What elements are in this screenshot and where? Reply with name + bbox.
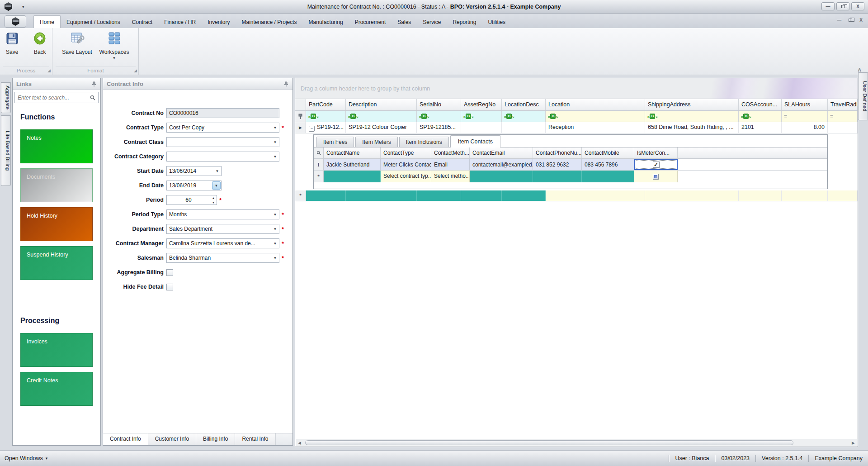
contract-class-dropdown[interactable]: ▼ xyxy=(166,137,279,147)
documents-button[interactable]: Documents xyxy=(20,168,93,202)
cell-travelradius[interactable] xyxy=(828,122,858,133)
hold-history-button[interactable]: Hold History xyxy=(20,207,93,241)
group-by-panel[interactable]: Drag a column header here to group by th… xyxy=(295,78,858,99)
filter-cell-cosaccount[interactable]: aBc xyxy=(739,111,782,122)
horizontal-scrollbar[interactable]: ◀ ▶ xyxy=(296,439,857,446)
column-header-locationdesc[interactable]: LocationDesc xyxy=(502,99,546,110)
contract-type-dropdown[interactable]: Cost Per Copy▼ xyxy=(166,123,279,133)
new-cell-assetregno[interactable] xyxy=(461,190,502,201)
cell-cosaccount[interactable]: 2101 xyxy=(739,122,782,133)
new-cell-locationdesc[interactable] xyxy=(502,190,546,201)
new-cell-contactname[interactable] xyxy=(324,171,381,182)
tab-item-inclusions[interactable]: Item Inclusions xyxy=(399,137,449,147)
filter-cell-location[interactable]: aBc xyxy=(546,111,645,122)
column-header-assetregno[interactable]: AssetRegNo xyxy=(461,99,502,110)
scrollbar-thumb[interactable] xyxy=(305,440,793,445)
aggregate-billing-checkbox[interactable] xyxy=(166,269,173,276)
quick-access-caret-icon[interactable]: ▾ xyxy=(22,5,24,9)
ribbon-minimize-icon[interactable]: — xyxy=(837,18,841,23)
cell-contactmethod[interactable]: Email xyxy=(431,159,470,170)
new-cell-contactphone[interactable] xyxy=(533,171,582,182)
period-stepper[interactable]: 60 ▲▼ xyxy=(166,195,217,205)
new-cell-shippingaddress[interactable] xyxy=(645,190,739,201)
tab-item-contacts[interactable]: Item Contacts xyxy=(450,135,500,147)
cell-serialno[interactable]: SP19-12185... xyxy=(417,122,461,133)
ribbon-tab-inventory[interactable]: Inventory xyxy=(202,16,236,28)
cell-contactemail[interactable]: contactemail@exampled... xyxy=(470,159,533,170)
filter-cell-assetregno[interactable]: aBc xyxy=(461,111,502,122)
column-header-cosaccount[interactable]: COSAccoun... xyxy=(739,99,782,110)
new-cell-description[interactable] xyxy=(346,190,417,201)
ribbon-tab-equipment-locations[interactable]: Equipment / Locations xyxy=(61,16,126,28)
chevron-down-icon[interactable]: ▼ xyxy=(271,239,279,248)
cell-contacttype[interactable]: Meter Clicks Contact xyxy=(381,159,431,170)
ribbon-tab-contract[interactable]: Contract xyxy=(126,16,158,28)
spinner-buttons[interactable]: ▲▼ xyxy=(210,195,217,204)
tab-customer-info[interactable]: Customer Info xyxy=(148,433,196,445)
pin-icon[interactable] xyxy=(283,81,289,87)
cell-assetregno[interactable] xyxy=(461,122,502,133)
column-header-partcode[interactable]: PartCode xyxy=(306,99,346,110)
cell-slahours[interactable]: 8.00 xyxy=(782,122,828,133)
open-windows-button[interactable]: Open Windows ▾ xyxy=(0,455,47,461)
credit-notes-button[interactable]: Credit Notes xyxy=(20,372,93,406)
column-header-slahours[interactable]: SLAHours xyxy=(782,99,828,110)
spin-down-icon[interactable]: ▼ xyxy=(210,200,217,204)
suspend-history-button[interactable]: Suspend History xyxy=(20,246,93,280)
collapse-detail-icon[interactable]: − xyxy=(309,126,315,132)
ribbon-tab-maintenance-projects[interactable]: Maintenance / Projects xyxy=(236,16,303,28)
cell-contactmobile[interactable]: 083 456 7896 xyxy=(582,159,634,170)
column-header-contactphone[interactable]: ContactPhoneNu... xyxy=(533,147,582,158)
ribbon-tab-utilities[interactable]: Utilities xyxy=(482,16,511,28)
hide-fee-detail-checkbox[interactable] xyxy=(166,284,173,290)
new-cell-contacttype[interactable]: Select contract typ... xyxy=(381,171,431,182)
ribbon-tab-sales[interactable]: Sales xyxy=(392,16,417,28)
links-search-input[interactable] xyxy=(15,95,90,101)
column-header-contactmethod[interactable]: ContactMeth... xyxy=(431,147,470,158)
ribbon-tab-manufacturing[interactable]: Manufacturing xyxy=(303,16,349,28)
new-cell-contactmobile[interactable] xyxy=(582,171,634,182)
cell-ismetercontact-focused[interactable]: ✓ xyxy=(634,159,678,170)
ribbon-tab-reporting[interactable]: Reporting xyxy=(447,16,482,28)
salesman-dropdown[interactable]: Belinda Sharman▼ xyxy=(166,253,279,263)
contact-row[interactable]: I Jackie Sutherland Meter Clicks Contact… xyxy=(314,159,827,171)
filter-cell-description[interactable]: aBc xyxy=(346,111,417,122)
sidebar-tab-life-based-billing[interactable]: Life Based Billing xyxy=(1,115,11,186)
chevron-down-icon[interactable]: ▼ xyxy=(212,181,221,190)
end-date-picker[interactable]: 13/06/2019▼ xyxy=(166,181,222,190)
filter-cell-shippingaddress[interactable]: aBc xyxy=(645,111,739,122)
close-button[interactable]: X xyxy=(851,2,864,10)
chevron-down-icon[interactable]: ▼ xyxy=(271,138,279,147)
filter-cell-slahours[interactable]: = xyxy=(782,111,828,122)
spin-up-icon[interactable]: ▲ xyxy=(210,195,217,200)
sidebar-tab-user-defined[interactable]: User Defined xyxy=(858,72,868,120)
new-cell-ismetercontact[interactable] xyxy=(634,171,678,182)
collapse-ribbon-icon[interactable]: ∧ xyxy=(857,66,862,73)
notes-button[interactable]: Notes xyxy=(20,129,93,163)
cell-description[interactable]: SP19-12 Colour Copier xyxy=(346,122,417,133)
restore-button[interactable] xyxy=(836,2,849,10)
cell-contactname[interactable]: Jackie Sutherland xyxy=(324,159,381,170)
tab-item-fees[interactable]: Item Fees xyxy=(316,137,354,147)
filter-cell-locationdesc[interactable]: aBc xyxy=(502,111,546,122)
checked-checkbox-icon[interactable]: ✓ xyxy=(653,162,660,168)
column-header-contactmobile[interactable]: ContactMobile xyxy=(582,147,634,158)
scroll-right-icon[interactable]: ▶ xyxy=(849,441,857,445)
sidebar-tab-aggregate[interactable]: Aggregate xyxy=(1,82,11,113)
back-button[interactable]: Back xyxy=(28,30,52,55)
filter-cell-travelradius[interactable]: = xyxy=(828,111,858,122)
save-layout-button[interactable]: Save Layout xyxy=(61,30,94,60)
ribbon-tab-procurement[interactable]: Procurement xyxy=(349,16,392,28)
tab-item-meters[interactable]: Item Meters xyxy=(355,137,397,147)
column-header-ismetercontact[interactable]: IsMeterCon... xyxy=(634,147,678,158)
cell-shippingaddress[interactable]: 658 Dime Road, South Riding, , ... xyxy=(645,122,739,133)
cell-partcode[interactable]: −SP19-12... xyxy=(306,122,346,133)
department-dropdown[interactable]: Sales Department▼ xyxy=(166,224,279,234)
column-header-location[interactable]: Location xyxy=(546,99,645,110)
minimize-button[interactable]: — xyxy=(821,2,835,10)
filter-cell-serialno[interactable]: aBc xyxy=(417,111,461,122)
ribbon-restore-icon[interactable] xyxy=(849,19,852,22)
tab-contract-info[interactable]: Contract Info xyxy=(103,433,148,445)
new-cell-partcode[interactable] xyxy=(306,190,346,201)
invoices-button[interactable]: Invoices xyxy=(20,333,93,367)
